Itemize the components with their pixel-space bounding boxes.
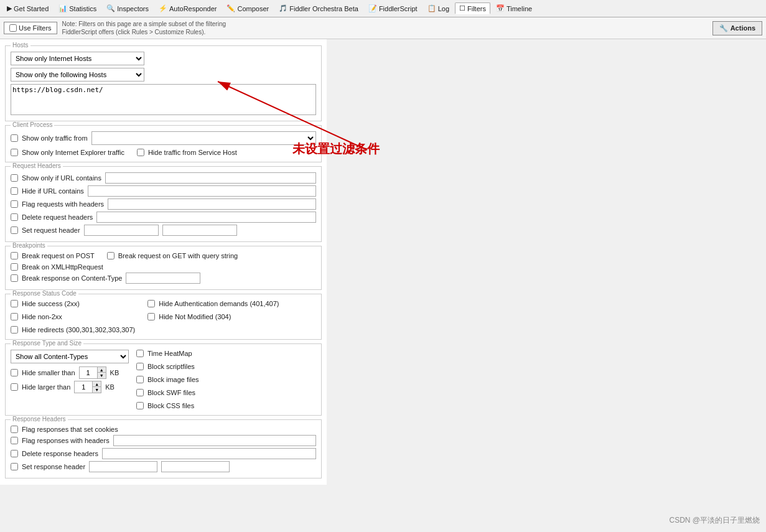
set-header-input2[interactable] [162, 225, 237, 236]
set-header-input1[interactable] [84, 225, 159, 236]
block-css-checkbox[interactable] [136, 402, 144, 409]
nav-filters-label: Filters [467, 5, 486, 12]
delete-headers-input[interactable] [96, 212, 316, 223]
hide-smaller-unit: KB [110, 369, 119, 376]
response-headers-section: Response Headers Flag responses that set… [5, 419, 322, 478]
content-type-dropdown[interactable]: Show all Content-Types Hide binary data [11, 350, 129, 363]
hide-larger-unit: KB [105, 383, 114, 391]
hide-smaller-spinbox: ▲ ▼ [79, 366, 106, 379]
hosts-section: Hosts Show only Internet Hosts No Zone F… [5, 45, 322, 121]
hide-success-checkbox[interactable] [11, 300, 18, 307]
nav-orchestra[interactable]: 🎵 Fiddler Orchestra Beta [274, 2, 363, 14]
flag-cookies-label: Flag responses that set cookies [22, 426, 118, 433]
autoresponder-icon: ⚡ [159, 4, 167, 12]
nav-autoresponder[interactable]: ⚡ AutoResponder [154, 2, 221, 14]
nav-get-started-label: Get Started [14, 5, 49, 12]
nav-statistics-label: Statistics [69, 5, 96, 12]
hosts-internet-dropdown[interactable]: Show only Internet Hosts No Zone Filter … [11, 52, 144, 65]
set-resp-header-checkbox[interactable] [11, 463, 18, 470]
hosts-textarea[interactable]: https://blog.csdn.net/ [11, 84, 316, 115]
log-icon: 📋 [427, 4, 436, 12]
break-xml-checkbox[interactable] [11, 263, 18, 271]
flag-headers-checkbox[interactable] [11, 200, 18, 208]
hide-larger-checkbox[interactable] [11, 383, 18, 391]
use-filters-label: Use Filters [19, 24, 52, 32]
nav-log[interactable]: 📋 Log [423, 2, 454, 14]
filters-icon: ☐ [459, 4, 465, 12]
show-ie-checkbox[interactable] [11, 149, 18, 156]
block-scriptfiles-checkbox[interactable] [136, 363, 144, 370]
actions-button[interactable]: 🔧 Actions [712, 21, 762, 35]
hide-smaller-up[interactable]: ▲ [97, 367, 106, 373]
flag-cookies-checkbox[interactable] [11, 426, 18, 433]
delete-headers-checkbox[interactable] [11, 213, 18, 221]
show-traffic-from-checkbox[interactable] [11, 134, 18, 142]
toolbar: Use Filters Note: Filters on this page a… [0, 17, 766, 39]
block-swf-checkbox[interactable] [136, 389, 144, 396]
break-post-checkbox[interactable] [11, 252, 18, 259]
nav-filters[interactable]: ☐ Filters [455, 2, 490, 14]
set-header-checkbox[interactable] [11, 226, 18, 234]
block-swf-label: Block SWF files [147, 389, 195, 396]
url-contains-label: Show only if URL contains [22, 174, 101, 182]
hide-auth-label: Hide Authentication demands (401,407) [159, 300, 279, 307]
response-type-section: Response Type and Size Show all Content-… [5, 343, 322, 416]
hide-auth-checkbox[interactable] [147, 300, 155, 307]
hide-not-modified-checkbox[interactable] [147, 313, 155, 320]
hide-larger-input[interactable] [75, 382, 92, 392]
nav-bar: ▶ Get Started 📊 Statistics 🔍 Inspectors … [0, 0, 766, 17]
break-get-label: Break request on GET with query string [118, 252, 238, 259]
hide-smaller-down[interactable]: ▼ [97, 373, 106, 378]
hide-larger-spinbox: ▲ ▼ [74, 381, 101, 393]
timeline-icon: 📅 [496, 4, 505, 12]
break-get-checkbox[interactable] [107, 252, 114, 259]
nav-fiddlerscript-label: FiddlerScript [379, 5, 418, 12]
time-heatmap-checkbox[interactable] [136, 350, 144, 357]
break-content-type-input[interactable] [126, 273, 200, 284]
hide-success-label: Hide success (2xx) [22, 300, 80, 307]
use-filters-checkbox[interactable] [9, 24, 17, 32]
nav-composer[interactable]: ✏️ Composer [222, 2, 273, 14]
nav-timeline[interactable]: 📅 Timeline [492, 2, 536, 14]
hide-larger-down[interactable]: ▼ [92, 387, 101, 393]
request-headers-section: Request Headers Show only if URL contain… [5, 166, 322, 242]
hide-redirects-checkbox[interactable] [11, 326, 18, 334]
delete-resp-headers-input[interactable] [102, 448, 316, 459]
show-traffic-from-dropdown[interactable] [91, 131, 316, 145]
nav-timeline-label: Timeline [507, 5, 532, 12]
hide-service-host-checkbox[interactable] [137, 149, 144, 156]
response-type-label: Response Type and Size [11, 340, 83, 347]
flag-resp-headers-checkbox[interactable] [11, 437, 18, 444]
use-filters-button[interactable]: Use Filters [4, 22, 57, 34]
flag-headers-input[interactable] [108, 198, 316, 210]
break-content-type-label: Break response on Content-Type [22, 274, 122, 282]
flag-resp-headers-input[interactable] [113, 435, 316, 446]
hide-smaller-checkbox[interactable] [11, 369, 18, 376]
hide-non2xx-checkbox[interactable] [11, 313, 18, 320]
hide-service-host-label: Hide traffic from Service Host [148, 149, 237, 156]
nav-statistics[interactable]: 📊 Statistics [54, 2, 101, 14]
set-resp-header-label: Set response header [22, 463, 85, 470]
block-css-label: Block CSS files [147, 402, 194, 409]
composer-icon: ✏️ [227, 4, 235, 12]
breakpoints-section: Breakpoints Break request on POST Break … [5, 246, 322, 290]
nav-get-started[interactable]: ▶ Get Started [2, 2, 53, 14]
nav-autoresponder-label: AutoResponder [169, 5, 217, 12]
set-resp-header-input2[interactable] [161, 461, 230, 472]
hide-url-input[interactable] [88, 185, 316, 197]
nav-log-label: Log [438, 5, 449, 12]
set-resp-header-input1[interactable] [89, 461, 157, 472]
delete-resp-headers-checkbox[interactable] [11, 450, 18, 457]
nav-inspectors[interactable]: 🔍 Inspectors [102, 2, 153, 14]
hide-larger-up[interactable]: ▲ [92, 381, 101, 387]
block-imagefiles-checkbox[interactable] [136, 376, 144, 383]
url-contains-checkbox[interactable] [11, 174, 18, 182]
nav-orchestra-label: Fiddler Orchestra Beta [289, 5, 358, 12]
hide-url-checkbox[interactable] [11, 187, 18, 195]
nav-fiddlerscript[interactable]: 📝 FiddlerScript [364, 2, 422, 14]
block-scriptfiles-label: Block scriptfiles [147, 363, 195, 370]
hosts-following-dropdown[interactable]: Show only the following Hosts No Host Fi… [11, 68, 144, 82]
url-contains-input[interactable] [105, 172, 316, 184]
hide-smaller-input[interactable] [80, 368, 97, 378]
break-content-type-checkbox[interactable] [11, 274, 18, 282]
